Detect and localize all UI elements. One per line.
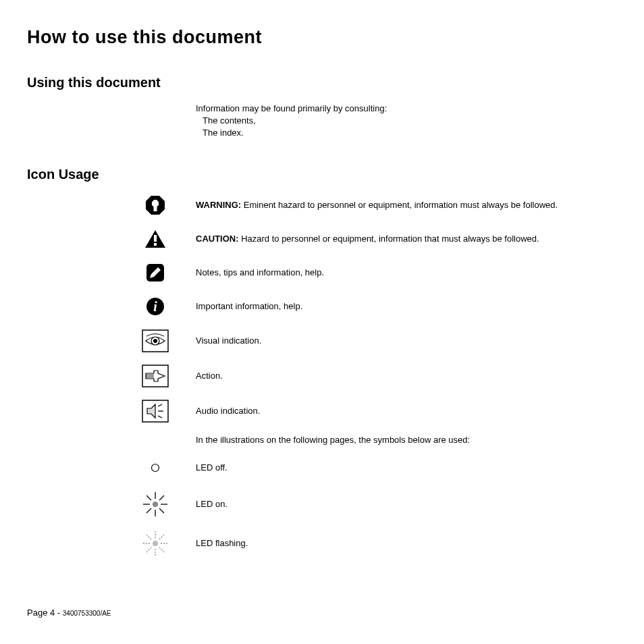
hand-icon — [115, 365, 196, 387]
svg-rect-7 — [154, 243, 157, 246]
led-on-desc: LED on. — [196, 499, 227, 509]
intro-item-2: The index. — [203, 127, 617, 139]
svg-line-38 — [159, 547, 164, 552]
svg-line-40 — [146, 547, 151, 552]
svg-line-28 — [146, 495, 151, 500]
row-visual: Visual indication. — [115, 329, 617, 352]
intro-text: Information may be found primarily by co… — [196, 103, 617, 115]
section-using-heading: Using this document — [27, 75, 617, 90]
row-caution: CAUTION: Hazard to personnel or equipmen… — [115, 228, 617, 250]
row-audio: Audio indication. — [115, 400, 617, 423]
icon-table: WARNING: Eminent hazard to personnel or … — [115, 194, 617, 557]
svg-rect-2 — [152, 201, 154, 206]
row-info: i Important information, help. — [115, 296, 617, 317]
svg-line-37 — [146, 535, 151, 539]
svg-point-13 — [153, 339, 157, 343]
led-on-icon — [115, 491, 196, 518]
svg-point-32 — [153, 541, 158, 546]
eye-icon — [115, 329, 196, 352]
pencil-icon — [115, 263, 196, 282]
led-off-desc: LED off. — [196, 462, 227, 473]
row-notes: Notes, tips and information, help. — [115, 262, 617, 284]
svg-line-30 — [159, 495, 164, 500]
svg-line-39 — [159, 535, 164, 539]
row-warning: WARNING: Eminent hazard to personnel or … — [115, 194, 617, 216]
led-off-icon — [115, 463, 196, 473]
intro-block: Information may be found primarily by co… — [196, 103, 617, 140]
audio-desc: Audio indication. — [196, 406, 260, 416]
svg-rect-4 — [154, 207, 157, 211]
symbols-note: In the illustrations on the following pa… — [196, 435, 617, 445]
info-icon: i — [115, 297, 196, 316]
svg-rect-3 — [157, 201, 159, 206]
row-led-on: LED on. — [115, 491, 617, 518]
svg-line-29 — [159, 508, 164, 513]
svg-line-31 — [146, 508, 151, 513]
warning-desc: WARNING: Eminent hazard to personnel or … — [196, 200, 558, 210]
page-title: How to use this document — [27, 27, 617, 48]
svg-point-22 — [152, 464, 159, 471]
section-icon-heading: Icon Usage — [27, 167, 617, 182]
led-flashing-desc: LED flashing. — [196, 538, 248, 548]
speaker-icon — [115, 400, 196, 423]
row-led-off: LED off. — [115, 457, 617, 479]
row-action: Action. — [115, 365, 617, 387]
visual-desc: Visual indication. — [196, 336, 261, 346]
intro-item-1: The contents, — [203, 115, 617, 127]
caution-desc: CAUTION: Hazard to personnel or equipmen… — [196, 234, 539, 244]
warning-icon — [115, 195, 196, 215]
action-desc: Action. — [196, 371, 223, 381]
led-flashing-icon — [115, 530, 196, 557]
svg-text:i: i — [153, 299, 157, 314]
notes-desc: Notes, tips and information, help. — [196, 267, 324, 277]
svg-rect-6 — [154, 235, 157, 242]
row-led-flashing: LED flashing. — [115, 530, 617, 557]
caution-icon — [115, 230, 196, 248]
svg-point-23 — [153, 502, 158, 507]
info-desc: Important information, help. — [196, 301, 302, 311]
